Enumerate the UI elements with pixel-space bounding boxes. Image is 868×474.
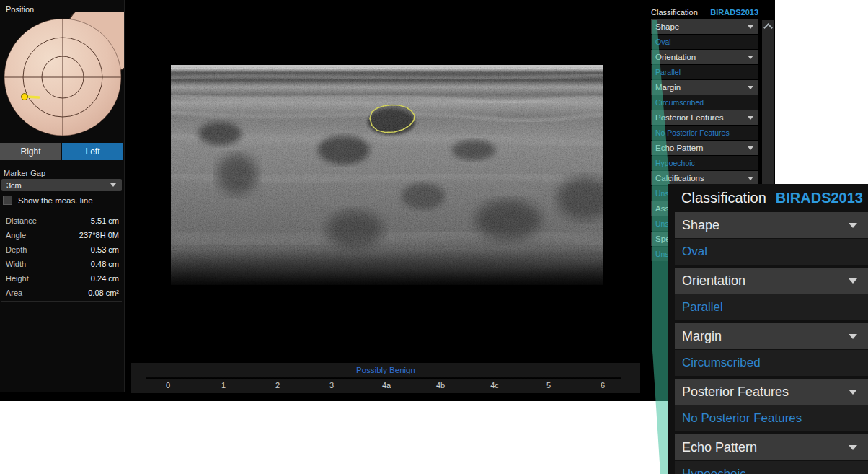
- measurement-row: Distance 5.51 cm: [0, 214, 124, 228]
- overlay-dropdown-orientation: Orientation: [675, 268, 868, 294]
- show-meas-line-checkbox[interactable]: [3, 196, 12, 205]
- overlay-title: Classification: [681, 190, 766, 206]
- overlay-margin-value: Circumscribed: [675, 350, 868, 376]
- overlay-posterior-features-value: No Posterior Features: [675, 405, 868, 431]
- measurement-row: Height 0.24 cm: [0, 271, 124, 286]
- selected-value: Hypoechoic: [655, 159, 695, 167]
- classification-header: Classification BIRADS2013: [651, 5, 758, 19]
- overlay-header: Classification BIRADS2013: [675, 184, 868, 212]
- marker-gap-value: 3cm: [6, 181, 22, 190]
- dropdown-shape[interactable]: Shape: [651, 19, 758, 34]
- measurement-label: Height: [6, 274, 29, 283]
- bottom-fade: [171, 249, 603, 285]
- dropdown-margin[interactable]: Margin: [651, 80, 758, 95]
- dropdown-label: Calcifications: [655, 174, 704, 183]
- dropdown-label: Posterior Features: [655, 113, 724, 122]
- measurement-label: Angle: [6, 231, 26, 240]
- side-selector: Right Left: [0, 143, 124, 160]
- selected-value: Circumscribed: [682, 356, 761, 370]
- dropdown-label: Orientation: [682, 273, 745, 289]
- scale-tick: 2: [275, 381, 280, 390]
- measurement-value: 0.48 cm: [91, 260, 119, 268]
- selected-value: Parallel: [655, 68, 681, 76]
- dropdown-echo-pattern-value: Hypoechoic: [651, 156, 758, 170]
- dropdown-label: Orientation: [655, 53, 696, 61]
- skin-line: [171, 65, 603, 67]
- chevron-down-icon: [748, 146, 753, 150]
- measurement-value: 0.53 cm: [91, 245, 119, 254]
- overlay-dropdown-shape: Shape: [675, 212, 868, 238]
- measurement-label: Width: [6, 260, 26, 268]
- dropdown-posterior-features-value: No Posterior Features: [651, 126, 758, 140]
- overlay-dropdown-margin: Margin: [675, 323, 868, 349]
- measurement-value: 0.24 cm: [91, 274, 119, 283]
- dropdown-calcifications[interactable]: Calcifications: [651, 171, 758, 185]
- measurement-value: 5.51 cm: [91, 216, 119, 225]
- scale-tick: 3: [329, 381, 334, 390]
- chevron-down-icon: [849, 223, 857, 228]
- classification-title: Classification: [651, 8, 698, 17]
- measurement-list: Distance 5.51 cm Angle 237°8H 0M Depth 0…: [0, 214, 124, 300]
- measurement-value: 0.08 cm²: [88, 289, 119, 297]
- left-side-button[interactable]: Left: [62, 143, 123, 160]
- dropdown-echo-pattern[interactable]: Echo Pattern: [651, 141, 758, 155]
- dropdown-orientation-value: Parallel: [651, 65, 758, 79]
- screenshot-stage: Position: [0, 0, 868, 474]
- measurement-label: Area: [6, 289, 22, 297]
- overlay-birads-standard: BIRADS2013: [776, 190, 863, 206]
- assessment-scale-line: [146, 377, 621, 379]
- overlay-dropdown-posterior-features: Posterior Features: [675, 379, 868, 405]
- scale-tick: 6: [601, 381, 605, 390]
- chevron-down-icon: [748, 86, 753, 89]
- chevron-down-icon: [748, 116, 753, 120]
- chevron-down-icon: [110, 183, 116, 187]
- selected-value: No Posterior Features: [655, 128, 730, 137]
- chevron-down-icon: [748, 56, 753, 59]
- measurement-label: Depth: [6, 245, 27, 254]
- overlay-echo-pattern-value: Hypoechoic: [675, 461, 868, 474]
- selected-value: Circumscribed: [655, 98, 704, 107]
- selected-value: Oval: [682, 245, 707, 259]
- position-panel: Position: [0, 0, 125, 392]
- selected-value: No Posterior Features: [682, 411, 802, 426]
- classification-zoom-overlay: Classification BIRADS2013 Shape Oval Ori…: [668, 184, 868, 474]
- scale-tick: 4c: [490, 381, 499, 390]
- overlay-dropdown-echo-pattern: Echo Pattern: [675, 434, 868, 460]
- chevron-down-icon: [748, 177, 753, 180]
- chevron-down-icon: [849, 278, 857, 284]
- dropdown-label: Posterior Features: [682, 385, 789, 400]
- right-side-button[interactable]: Right: [0, 143, 61, 160]
- overlay-orientation-value: Parallel: [675, 294, 868, 320]
- dropdown-label: Shape: [682, 218, 719, 233]
- dropdown-orientation[interactable]: Orientation: [651, 50, 758, 64]
- measurement-row: Depth 0.53 cm: [0, 242, 124, 257]
- dropdown-label: Margin: [682, 329, 722, 344]
- divider: [1, 301, 122, 302]
- chevron-up-icon[interactable]: [763, 23, 773, 32]
- breast-position-diagram[interactable]: [0, 12, 124, 140]
- marker-gap-select[interactable]: 3cm: [1, 179, 122, 191]
- scale-tick: 1: [221, 381, 226, 390]
- dropdown-label: Echo Pattern: [682, 440, 757, 455]
- measurement-row: Angle 237°8H 0M: [0, 228, 124, 242]
- selected-value: Parallel: [682, 300, 723, 315]
- dropdown-posterior-features[interactable]: Posterior Features: [651, 110, 758, 125]
- scale-tick: 4b: [436, 381, 445, 390]
- dropdown-shape-value: Oval: [651, 35, 758, 49]
- assessment-label: Possibly Benign: [131, 366, 640, 374]
- dropdown-margin-value: Circumscribed: [651, 95, 758, 110]
- chevron-down-icon: [849, 445, 857, 450]
- measurement-label: Distance: [6, 216, 37, 225]
- measurement-row: Area 0.08 cm²: [0, 286, 124, 300]
- show-meas-line-label: Show the meas. line: [18, 196, 93, 205]
- measurement-row: Width 0.48 cm: [0, 257, 124, 271]
- selected-value: Hypoechoic: [682, 467, 746, 474]
- marker-gap-label: Marker Gap: [4, 169, 45, 177]
- ultrasound-image[interactable]: [171, 65, 603, 285]
- chevron-down-icon: [748, 25, 753, 29]
- show-meas-line-row: Show the meas. line: [3, 196, 93, 205]
- scale-tick: 4a: [382, 381, 391, 390]
- chevron-down-icon: [849, 390, 857, 395]
- selected-value: Oval: [655, 38, 671, 46]
- dropdown-label: Margin: [655, 83, 681, 92]
